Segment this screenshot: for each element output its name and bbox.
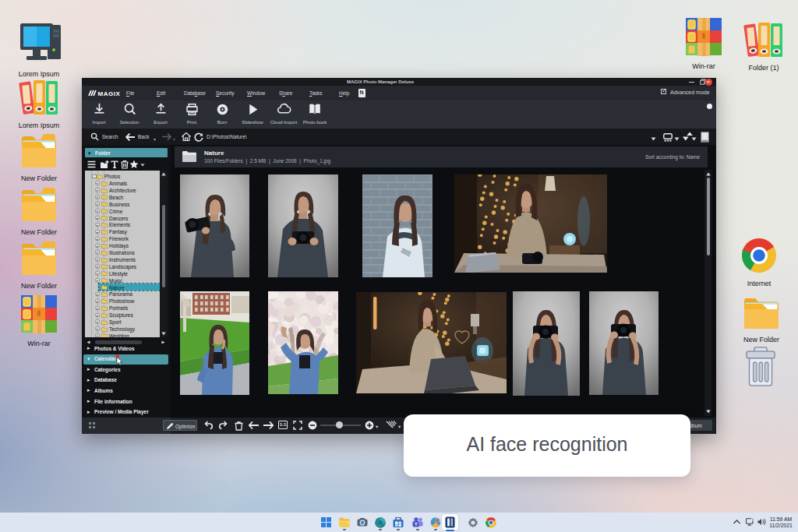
svg-text:T: T <box>415 522 418 527</box>
svg-text:MAGIX: MAGIX <box>98 90 121 97</box>
